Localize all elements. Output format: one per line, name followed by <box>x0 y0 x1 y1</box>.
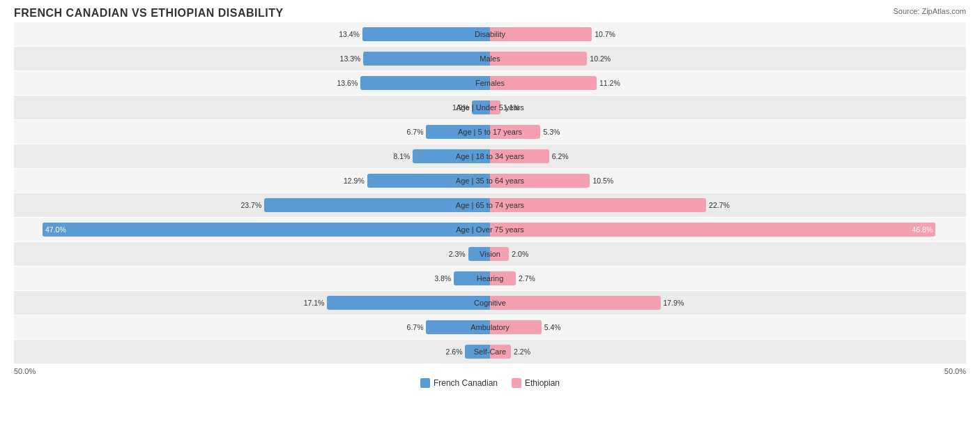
legend: French Canadian Ethiopian <box>14 378 966 388</box>
bar-left: 13.4% <box>362 27 490 41</box>
bar-row: 2.6%Self-Care2.2% <box>14 340 966 364</box>
bar-right-value: 22.7% <box>706 201 730 209</box>
bar-row: 13.6%Females11.2% <box>14 71 966 95</box>
bar-row: 13.4%Disability10.7% <box>14 22 966 46</box>
bar-left-value: 23.7% <box>240 201 264 209</box>
axis-bottom: 50.0% 50.0% <box>14 364 966 375</box>
bar-left-value: 6.7% <box>407 128 427 136</box>
bar-left: 23.7% <box>264 198 490 212</box>
bar-left: 1.9% <box>472 100 490 114</box>
bar-right-value: 10.7% <box>592 30 615 38</box>
legend-french-canadian-label: French Canadian <box>434 378 498 388</box>
bar-right-value: 5.4% <box>542 323 561 331</box>
source-label: Source: ZipAtlas.com <box>893 7 966 15</box>
bar-right: 10.2% <box>490 52 587 66</box>
bar-row: 3.8%Hearing2.7% <box>14 267 966 290</box>
legend-blue-box <box>420 378 430 388</box>
bar-right-value: 5.3% <box>540 128 560 136</box>
bar-row: 1.9%Age | Under 5 years1.1% <box>14 96 966 119</box>
bar-left-value: 6.7% <box>407 323 427 331</box>
bar-left-value: 12.9% <box>344 177 367 185</box>
bar-left: 2.3% <box>468 247 490 261</box>
bar-left-value: 1.9% <box>452 103 472 112</box>
bar-left-value: 13.3% <box>340 54 364 63</box>
bar-right-value: 46.8% <box>912 225 933 234</box>
bar-right: 5.3% <box>490 125 540 139</box>
bar-left-value: 8.1% <box>393 152 413 160</box>
bar-left-value: 13.4% <box>339 30 362 38</box>
bar-right: 10.5% <box>490 174 590 188</box>
bar-left-value: 13.6% <box>337 79 360 87</box>
bar-right-value: 2.2% <box>511 347 530 356</box>
bar-left: 8.1% <box>413 149 490 163</box>
bar-right: 1.1% <box>490 100 500 114</box>
legend-ethiopian-label: Ethiopian <box>525 378 560 388</box>
bar-left: 12.9% <box>367 174 490 188</box>
bar-right: 5.4% <box>490 320 542 334</box>
bar-left: 47.0% <box>43 223 490 237</box>
bar-right: 17.9% <box>490 296 661 310</box>
bar-row: 13.3%Males10.2% <box>14 47 966 70</box>
bar-right-value: 11.2% <box>597 79 620 87</box>
bar-right: 2.7% <box>490 271 516 285</box>
bar-row: 23.7%Age | 65 to 74 years22.7% <box>14 193 966 217</box>
bar-right: 2.2% <box>490 345 511 359</box>
bar-right-value: 17.9% <box>661 299 684 307</box>
legend-ethiopian: Ethiopian <box>512 378 560 388</box>
chart-title: FRENCH CANADIAN VS ETHIOPIAN DISABILITY <box>14 7 966 20</box>
bar-right: 11.2% <box>490 76 597 90</box>
bar-left-value: 47.0% <box>45 225 66 234</box>
bar-row: 6.7%Ambulatory5.4% <box>14 315 966 339</box>
bar-left: 13.6% <box>360 76 490 90</box>
bar-row: 17.1%Cognitive17.9% <box>14 291 966 315</box>
chart-area: 13.4%Disability10.7%13.3%Males10.2%13.6%… <box>14 22 966 364</box>
bar-left: 3.8% <box>454 271 490 285</box>
legend-french-canadian: French Canadian <box>420 378 498 388</box>
bar-row: 12.9%Age | 35 to 64 years10.5% <box>14 169 966 193</box>
bar-right: 2.0% <box>490 247 509 261</box>
bar-right: 6.2% <box>490 149 549 163</box>
bar-row: 8.1%Age | 18 to 34 years6.2% <box>14 144 966 168</box>
bar-right-value: 2.0% <box>509 250 528 258</box>
bar-row: 2.3%Vision2.0% <box>14 242 966 266</box>
chart-container: FRENCH CANADIAN VS ETHIOPIAN DISABILITY … <box>0 0 980 427</box>
bar-left: 6.7% <box>426 320 490 334</box>
bar-right: 10.7% <box>490 27 592 41</box>
bar-left: 13.3% <box>363 52 490 66</box>
bar-right: 46.8% <box>490 223 935 237</box>
bar-right-value: 2.7% <box>516 274 535 283</box>
bar-right-value: 6.2% <box>549 152 569 160</box>
bar-left-value: 17.1% <box>304 299 328 307</box>
bar-left: 17.1% <box>327 296 490 310</box>
axis-left-label: 50.0% <box>14 367 36 375</box>
bar-right-value: 10.5% <box>590 177 613 185</box>
bar-left-value: 2.3% <box>449 250 468 258</box>
bar-left-value: 3.8% <box>434 274 454 283</box>
bar-right-value: 1.1% <box>500 103 520 112</box>
bar-right: 22.7% <box>490 198 706 212</box>
bar-left: 6.7% <box>426 125 490 139</box>
bar-row: 47.0%Age | Over 75 years46.8% <box>14 218 966 241</box>
bar-left: 2.6% <box>465 345 490 359</box>
axis-right-label: 50.0% <box>944 367 966 375</box>
legend-pink-box <box>512 378 521 388</box>
bar-row: 6.7%Age | 5 to 17 years5.3% <box>14 120 966 144</box>
bar-right-value: 10.2% <box>587 54 611 63</box>
bar-left-value: 2.6% <box>446 347 466 356</box>
